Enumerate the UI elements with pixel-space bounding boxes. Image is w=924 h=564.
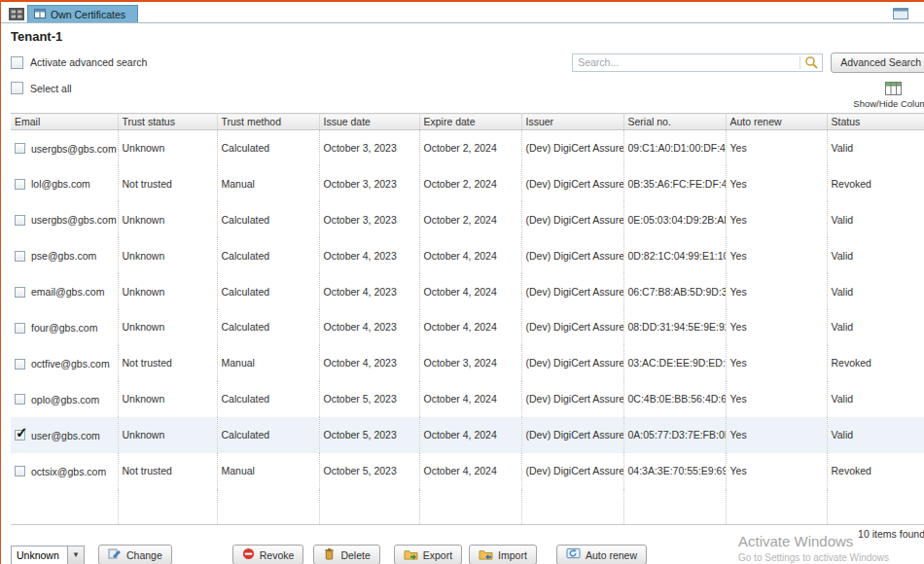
change-button[interactable]: Change	[98, 545, 172, 564]
search-icon[interactable]	[800, 55, 822, 69]
advanced-search-button[interactable]: Advanced Search ▼	[831, 53, 924, 73]
cell-trust-status: Unknown	[118, 381, 217, 417]
table-filler-row	[11, 489, 924, 525]
cell-serial-no: 06:C7:B8:AB:5D:9D:38:...	[623, 273, 726, 309]
export-button[interactable]: Export	[394, 545, 462, 564]
revoke-button[interactable]: Revoke	[232, 545, 304, 564]
table-row[interactable]: pse@gbs.com Unknown Calculated October 4…	[11, 237, 924, 273]
import-icon	[479, 547, 493, 562]
auto-renew-button[interactable]: Auto renew	[556, 545, 647, 564]
row-checkbox[interactable]	[15, 430, 25, 441]
cell-issue-date: October 3, 2023	[319, 130, 419, 166]
column-header-serial-no-[interactable]: Serial no.	[623, 114, 726, 130]
row-checkbox[interactable]	[15, 323, 25, 334]
activate-advanced-search-checkbox[interactable]	[11, 56, 23, 69]
column-header-expire-date[interactable]: Expire date	[419, 114, 521, 130]
cell-issuer: (Dev) DigiCert Assured I...	[521, 345, 623, 381]
cell-serial-no: 03:AC:DE:EE:9D:ED:C7...	[623, 345, 726, 381]
cell-email: usergbs@gbs.com	[31, 214, 117, 226]
cell-issuer: (Dev) DigiCert Assured I...	[521, 237, 623, 273]
delete-icon	[323, 547, 336, 562]
cell-expire-date: October 2, 2024	[419, 130, 521, 166]
delete-button[interactable]: Delete	[313, 545, 379, 564]
search-row: Activate advanced search Advanced Search…	[11, 52, 924, 73]
row-checkbox[interactable]	[15, 287, 25, 298]
tab-own-certificates[interactable]: Own Certificates	[27, 5, 138, 22]
auto-renew-icon	[566, 547, 581, 562]
cell-expire-date: October 4, 2024	[419, 417, 521, 453]
select-all-checkbox[interactable]	[11, 82, 23, 94]
table-row[interactable]: lol@gbs.com Not trusted Manual October 3…	[11, 165, 924, 201]
dropdown-arrow-icon[interactable]: ▼	[67, 546, 84, 564]
cell-auto-renew: Yes	[726, 165, 827, 201]
column-header-trust-method[interactable]: Trust method	[217, 114, 319, 130]
cell-issuer: (Dev) DigiCert Assured I...	[521, 417, 623, 453]
table-row[interactable]: oplo@gbs.com Unknown Calculated October …	[11, 381, 924, 417]
cell-email: octsix@gbs.com	[31, 466, 106, 477]
cell-issue-date: October 5, 2023	[319, 381, 419, 417]
table-row[interactable]: user@gbs.com Unknown Calculated October …	[11, 417, 924, 453]
row-checkbox[interactable]	[15, 359, 25, 370]
table-row[interactable]: four@gbs.com Unknown Calculated October …	[11, 309, 924, 345]
import-button[interactable]: Import	[469, 545, 537, 564]
show-hide-columns-label: Show/Hide Column	[853, 98, 924, 109]
cell-serial-no: 0D:82:1C:04:99:E1:10:B...	[623, 237, 726, 273]
cell-email: pse@gbs.com	[31, 250, 96, 262]
column-header-email[interactable]: Email	[11, 114, 118, 130]
status-dropdown[interactable]: Unknown ▼	[11, 546, 85, 564]
certificates-table: EmailTrust statusTrust methodIssue dateE…	[11, 113, 924, 525]
cell-serial-no: 0E:05:03:04:D9:2B:AD:9...	[623, 201, 726, 237]
cell-trust-method: Calculated	[217, 309, 319, 345]
column-header-trust-status[interactable]: Trust status	[118, 114, 217, 130]
cell-auto-renew: Yes	[726, 237, 827, 273]
cell-trust-method: Calculated	[217, 130, 319, 166]
select-all-row: Select all Show/Hide Column	[11, 82, 924, 113]
cell-issuer: (Dev) DigiCert Assured I...	[521, 453, 623, 489]
row-checkbox[interactable]	[15, 466, 25, 476]
cell-trust-status: Not trusted	[118, 345, 217, 381]
cell-trust-status: Unknown	[118, 201, 217, 237]
cell-auto-renew: Yes	[726, 417, 827, 453]
table-row[interactable]: octsix@gbs.com Not trusted Manual Octobe…	[11, 453, 924, 489]
search-input[interactable]	[573, 56, 800, 68]
cell-auto-renew: Yes	[726, 201, 827, 237]
cell-auto-renew: Yes	[726, 453, 827, 489]
change-icon	[108, 547, 122, 562]
cell-email: lol@gbs.com	[31, 178, 90, 190]
row-checkbox[interactable]	[15, 394, 25, 405]
certificates-tab-icon	[34, 9, 46, 20]
cell-serial-no: 0A:05:77:D3:7E:FB:0E:1...	[623, 417, 726, 453]
cell-status: Valid	[827, 309, 924, 345]
cell-trust-status: Unknown	[118, 273, 217, 309]
cell-status: Revoked	[827, 345, 924, 381]
column-header-issuer[interactable]: Issuer	[521, 114, 623, 130]
table-row[interactable]: usergbs@gbs.com Unknown Calculated Octob…	[11, 201, 924, 237]
table-header-row: EmailTrust statusTrust methodIssue dateE…	[11, 114, 924, 130]
cell-serial-no: 09:C1:A0:D1:00:DF:4F:...	[623, 130, 726, 166]
cell-expire-date: October 4, 2024	[419, 453, 521, 489]
cell-status: Revoked	[827, 165, 924, 201]
show-hide-columns-icon	[885, 82, 902, 97]
cell-email: email@gbs.com	[31, 286, 104, 298]
column-header-issue-date[interactable]: Issue date	[319, 114, 419, 130]
search-area: Advanced Search ▼	[572, 53, 924, 73]
row-checkbox[interactable]	[15, 251, 25, 262]
cell-email: oplo@gbs.com	[31, 394, 99, 405]
app-menu-icon[interactable]	[9, 7, 24, 19]
row-checkbox[interactable]	[15, 143, 25, 154]
row-checkbox[interactable]	[15, 215, 25, 226]
window-icon[interactable]	[893, 6, 908, 23]
show-hide-columns-button[interactable]: Show/Hide Column	[848, 82, 924, 109]
cell-status: Valid	[827, 417, 924, 453]
column-header-auto-renew[interactable]: Auto renew	[726, 114, 827, 130]
table-row[interactable]: octfive@gbs.com Not trusted Manual Octob…	[11, 345, 924, 381]
cell-issuer: (Dev) DigiCert Assured I...	[521, 381, 623, 417]
cell-trust-method: Manual	[217, 453, 319, 489]
cell-trust-status: Unknown	[118, 417, 217, 453]
table-row[interactable]: email@gbs.com Unknown Calculated October…	[11, 273, 924, 309]
tab-bar: Own Certificates	[1, 2, 924, 23]
column-header-status[interactable]: Status	[827, 114, 924, 130]
cell-issuer: (Dev) DigiCert Assured I...	[521, 130, 623, 166]
row-checkbox[interactable]	[15, 179, 25, 190]
table-row[interactable]: usergbs@gbs.com Unknown Calculated Octob…	[11, 130, 924, 166]
